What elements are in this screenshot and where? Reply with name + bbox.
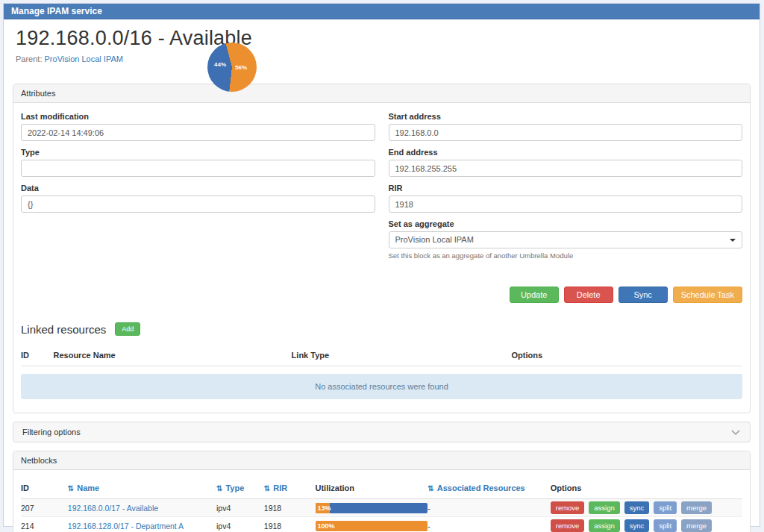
utilization-bar: 100% — [316, 521, 428, 531]
utilization-bar: 13% — [316, 503, 428, 513]
update-button[interactable]: Update — [510, 287, 559, 303]
netblock-link[interactable]: 192.168.128.0/17 - Department A — [68, 522, 184, 531]
page-title: 192.168.0.0/16 - Available — [16, 27, 745, 50]
attributes-panel: Attributes Last modification Type Data — [13, 84, 751, 413]
nb-assoc: - — [428, 517, 550, 532]
netblocks-table: ID ⇅Name ⇅Type ⇅RIR Utilization ⇅Associa… — [21, 479, 742, 532]
field-data: Data — [21, 184, 375, 213]
nb-col-options: Options — [551, 479, 742, 499]
filtering-options-label: Filtering options — [22, 428, 81, 436]
type-label: Type — [21, 148, 375, 157]
rir-label: RIR — [389, 184, 743, 193]
last-modification-label: Last modification — [21, 112, 375, 121]
rir-input[interactable] — [389, 195, 743, 213]
end-address-label: End address — [389, 148, 743, 157]
merge-button[interactable]: merge — [681, 519, 712, 532]
utilization-pie-chart: 44% 56% — [207, 43, 257, 92]
nb-type: ipv4 — [216, 499, 264, 517]
aggregate-help-text: Set this block as an aggregate of anothe… — [389, 251, 743, 260]
field-start-address: Start address — [389, 112, 743, 141]
sync-row-button[interactable]: sync — [624, 501, 650, 514]
nb-col-assoc-sort[interactable]: ⇅Associated Resources — [428, 479, 550, 499]
split-button[interactable]: split — [654, 519, 677, 532]
attributes-panel-header: Attributes — [13, 84, 750, 103]
pie-slice-label-orange: 56% — [235, 64, 247, 71]
nb-col-type-sort[interactable]: ⇅Type — [216, 479, 264, 499]
window-title: Manage IPAM service — [4, 4, 760, 19]
caret-down-icon — [730, 239, 736, 242]
pie-slice-label-blue: 44% — [214, 61, 226, 68]
lr-col-linktype: Link Type — [292, 346, 512, 366]
nb-id: 207 — [21, 499, 68, 517]
remove-button[interactable]: remove — [551, 519, 585, 532]
type-input[interactable] — [21, 160, 375, 177]
sort-icon: ⇅ — [216, 484, 222, 492]
sort-icon: ⇅ — [68, 484, 74, 492]
last-modification-input[interactable] — [21, 124, 375, 141]
field-type: Type — [21, 148, 375, 177]
sort-icon: ⇅ — [264, 484, 270, 492]
nb-assoc: - — [428, 499, 550, 517]
delete-button[interactable]: Delete — [564, 287, 613, 303]
start-address-label: Start address — [389, 112, 743, 121]
linked-resources-table: ID Resource Name Link Type Options — [21, 346, 742, 366]
parent-label: Parent: — [16, 54, 42, 63]
utilization-fill: 13% — [316, 503, 331, 513]
aggregate-selected-value: ProVision Local IPAM — [395, 235, 474, 244]
field-end-address: End address — [389, 148, 743, 177]
filtering-options-toggle[interactable]: Filtering options — [13, 422, 751, 442]
lr-col-resource: Resource Name — [54, 346, 292, 366]
hero-section: 192.168.0.0/16 - Available Parent: ProVi… — [4, 19, 760, 84]
field-rir: RIR — [389, 184, 743, 213]
schedule-task-button[interactable]: Schedule Task — [673, 287, 742, 303]
aggregate-select[interactable]: ProVision Local IPAM — [389, 231, 743, 248]
end-address-input[interactable] — [389, 160, 743, 177]
chevron-down-icon[interactable] — [730, 429, 741, 436]
field-aggregate: Set as aggregate ProVision Local IPAM Se… — [389, 219, 743, 260]
nb-col-name-sort[interactable]: ⇅Name — [68, 479, 216, 499]
netblock-row: 207 192.168.0.0/17 - Available ipv4 1918… — [21, 499, 742, 517]
field-last-modification: Last modification — [21, 112, 375, 141]
linked-resources-title: Linked resources — [21, 323, 106, 336]
netblocks-panel: Netblocks ID ⇅Name ⇅Type ⇅RIR Utilizatio… — [13, 451, 751, 532]
netblocks-panel-header: Netblocks — [13, 451, 750, 470]
merge-button[interactable]: merge — [681, 501, 712, 514]
nb-options: remove assign sync split merge — [551, 499, 742, 517]
add-linked-resource-button[interactable]: Add — [115, 322, 140, 336]
assign-button[interactable]: assign — [589, 501, 619, 514]
aggregate-label: Set as aggregate — [389, 219, 743, 228]
lr-col-options: Options — [512, 346, 742, 366]
nb-col-id: ID — [21, 479, 68, 499]
sync-row-button[interactable]: sync — [624, 519, 650, 532]
assign-button[interactable]: assign — [589, 519, 619, 532]
parent-breadcrumb: Parent: ProVision Local IPAM — [16, 54, 745, 63]
nb-id: 214 — [21, 517, 68, 532]
form-actions: Update Delete Sync Schedule Task — [21, 287, 742, 303]
lr-col-id: ID — [21, 346, 54, 366]
sync-button[interactable]: Sync — [619, 287, 668, 303]
utilization-fill: 100% — [316, 521, 428, 531]
sort-icon: ⇅ — [428, 484, 433, 492]
nb-type: ipv4 — [216, 517, 264, 532]
split-button[interactable]: split — [654, 501, 677, 514]
nb-options: remove assign sync split merge — [551, 517, 742, 532]
netblock-link[interactable]: 192.168.0.0/17 - Available — [68, 504, 158, 513]
parent-link[interactable]: ProVision Local IPAM — [45, 54, 123, 63]
no-resources-alert: No associated resources were found — [21, 374, 742, 399]
netblock-row: 214 192.168.128.0/17 - Department A ipv4… — [21, 517, 742, 532]
nb-col-utilization: Utilization — [316, 479, 428, 499]
nb-col-rir-sort[interactable]: ⇅RIR — [264, 479, 316, 499]
data-input[interactable] — [21, 195, 375, 213]
app-window: Manage IPAM service 192.168.0.0/16 - Ava… — [3, 3, 760, 527]
data-label: Data — [21, 184, 375, 193]
nb-rir: 1918 — [264, 499, 316, 517]
start-address-input[interactable] — [389, 124, 743, 141]
remove-button[interactable]: remove — [551, 501, 585, 514]
nb-rir: 1918 — [264, 517, 316, 532]
